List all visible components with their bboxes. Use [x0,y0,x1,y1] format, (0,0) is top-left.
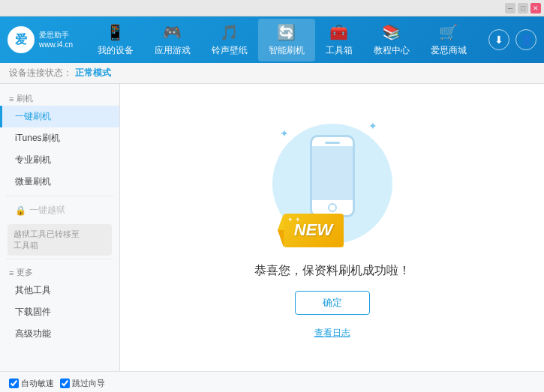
nav-my-device-label: 我的设备 [98,44,134,57]
divider-1 [6,196,113,196]
phone-screen [312,146,353,200]
my-device-icon: 📱 [106,23,125,41]
nav-ringtones[interactable]: 🎵 铃声壁纸 [201,19,258,61]
logo-text: 爱思助手 www.i4.cn [39,30,73,49]
skip-wizard-checkbox[interactable] [60,379,70,388]
sidebar-section-jailbreak: 🔒 一键越狱 [0,199,119,221]
nav-smart-flash[interactable]: 🔄 智能刷机 [258,19,315,61]
skip-wizard-checkbox-label[interactable]: 跳过向导 [60,378,105,389]
sidebar-item-itunes-flash[interactable]: iTunes刷机 [0,127,119,149]
nav-my-device[interactable]: 📱 我的设备 [87,19,144,61]
logo-url: www.i4.cn [39,40,73,49]
logo-area: 爱 爱思助手 www.i4.cn [8,26,75,53]
new-stars: ✦ ✦ [287,216,302,223]
header: 爱 爱思助手 www.i4.cn 📱 我的设备 🎮 应用游戏 🎵 铃声壁纸 🔄 … [0,16,544,63]
nav-tutorials[interactable]: 📚 教程中心 [363,19,420,61]
smart-flash-icon: 🔄 [277,23,296,41]
new-text: NEW [294,220,332,240]
sidebar-section-more: ≡ 更多 [0,262,119,280]
maximize-button[interactable]: □ [518,3,528,13]
sparkle-1: ✦ [280,127,289,139]
sidebar: ≡ 刷机 一键刷机 iTunes刷机 专业刷机 微量刷机 🔒 一键越狱 越狱工具… [0,84,120,371]
nav-store-label: 爱思商城 [431,44,467,57]
one-click-flash-label: 一键刷机 [15,110,51,123]
pro-flash-label: 专业刷机 [15,154,51,166]
jailbreak-notice-text: 越狱工具已转移至工具箱 [14,229,80,250]
skip-wizard-label: 跳过向导 [72,378,105,389]
nav-toolbox-label: 工具箱 [326,44,353,57]
footer-area: 自动敏速 跳过向导 📱 iPhone 12 mini 64GB Down-12m… [0,371,544,392]
journal-link[interactable]: 查看日志 [314,327,350,340]
apps-games-icon: 🎮 [163,23,182,41]
auto-finish-checkbox-label[interactable]: 自动敏速 [9,378,54,389]
sidebar-item-advanced[interactable]: 高级功能 [0,323,119,345]
status-bar: 设备连接状态： 正常模式 [0,63,544,84]
tutorials-icon: 📚 [382,23,401,41]
flash-section-title: 刷机 [17,93,33,104]
confirm-button[interactable]: 确定 [295,291,370,315]
nav-toolbox[interactable]: 🧰 工具箱 [315,19,363,61]
logo-app-name: 爱思助手 [39,30,73,40]
jailbreak-section-title: 一键越狱 [29,204,65,217]
phone-illustration: ✦ ✦ ✦ ✦ ✦ NEW [272,116,392,251]
nav-apps-games-label: 应用游戏 [155,44,191,57]
nav-store[interactable]: 🛒 爱思商城 [420,19,477,61]
main-layout: ≡ 刷机 一键刷机 iTunes刷机 专业刷机 微量刷机 🔒 一键越狱 越狱工具… [0,84,544,371]
logo-icon: 爱 [8,26,35,53]
sidebar-item-other-tools[interactable]: 其他工具 [0,280,119,301]
nav-apps-games[interactable]: 🎮 应用游戏 [144,19,201,61]
sidebar-section-flash: ≡ 刷机 [0,88,119,106]
jailbreak-notice: 越狱工具已转移至工具箱 [8,224,112,256]
sparkle-2: ✦ [368,120,377,132]
user-button[interactable]: 👤 [515,29,536,50]
lock-icon: 🔒 [15,205,26,216]
nav-bar: 📱 我的设备 🎮 应用游戏 🎵 铃声壁纸 🔄 智能刷机 🧰 工具箱 📚 教程中心… [75,19,488,61]
more-section-icon: ≡ [9,268,14,277]
success-card: ✦ ✦ ✦ ✦ ✦ NEW 恭喜您，保资料刷机成功啦！ 确定 [254,116,410,340]
phone-speaker [325,142,340,144]
phone-home-button [328,203,337,212]
advanced-label: 高级功能 [15,328,51,340]
flash-section-icon: ≡ [9,94,14,103]
nav-right-buttons: ⬇ 👤 [488,29,536,50]
sidebar-item-pro-flash[interactable]: 专业刷机 [0,149,119,171]
sidebar-item-one-click-flash[interactable]: 一键刷机 [0,106,119,127]
status-value: 正常模式 [75,67,111,79]
phone-shape [310,135,355,217]
new-ribbon: ✦ ✦ NEW [284,214,344,247]
more-section-title: 更多 [17,267,33,278]
nav-ringtones-label: 铃声壁纸 [212,44,248,57]
status-label: 设备连接状态： [9,67,72,79]
download-button[interactable]: ⬇ [488,29,509,50]
toolbox-icon: 🧰 [329,23,348,41]
divider-2 [6,259,113,259]
store-icon: 🛒 [439,23,458,41]
auto-finish-checkbox[interactable] [9,379,19,388]
new-badge: ✦ ✦ NEW [284,214,344,251]
footer-checkboxes: 自动敏速 跳过向导 [9,378,535,389]
minimize-button[interactable]: ─ [505,3,515,13]
sidebar-item-micro-flash[interactable]: 微量刷机 [0,171,119,193]
title-bar: ─ □ ✕ [0,0,544,16]
success-text: 恭喜您，保资料刷机成功啦！ [254,263,410,279]
close-button[interactable]: ✕ [530,3,541,13]
nav-smart-flash-label: 智能刷机 [269,44,305,57]
auto-finish-label: 自动敏速 [21,378,54,389]
sidebar-item-download-firmware[interactable]: 下载固件 [0,301,119,323]
ringtones-icon: 🎵 [220,23,239,41]
content-area: ✦ ✦ ✦ ✦ ✦ NEW 恭喜您，保资料刷机成功啦！ 确定 [120,84,544,371]
micro-flash-label: 微量刷机 [15,175,51,188]
itunes-flash-label: iTunes刷机 [15,132,60,145]
other-tools-label: 其他工具 [15,284,51,297]
nav-tutorials-label: 教程中心 [374,44,410,57]
download-firmware-label: 下载固件 [15,306,51,319]
